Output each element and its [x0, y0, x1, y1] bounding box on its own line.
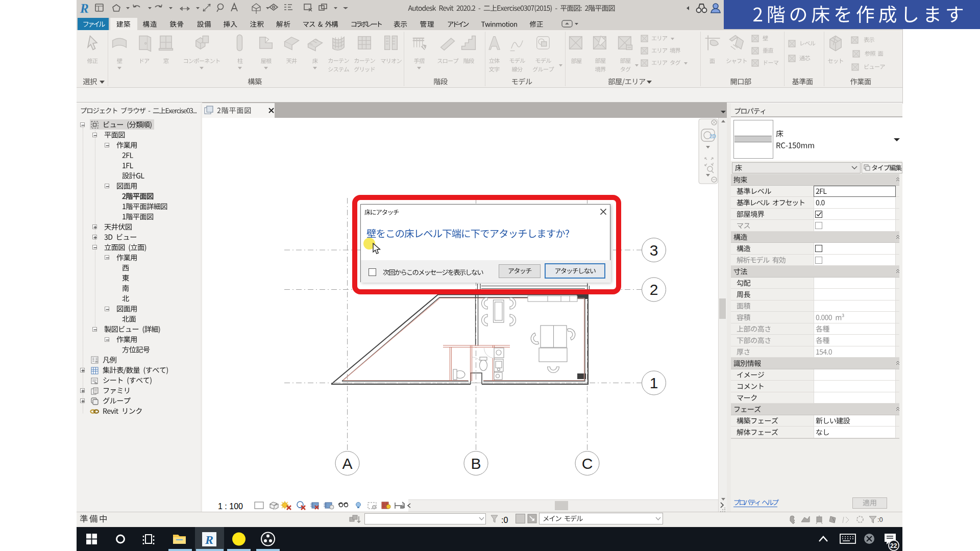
svg-text:1: 1: [650, 374, 658, 391]
svg-text:B: B: [471, 455, 481, 472]
svg-text:R: R: [80, 2, 89, 15]
svg-text:3: 3: [650, 242, 658, 259]
svg-text:2: 2: [650, 281, 658, 298]
svg-text:A: A: [342, 455, 352, 472]
svg-text:2D: 2D: [709, 134, 716, 139]
svg-text:R: R: [205, 533, 213, 546]
svg-text::0: :0: [877, 516, 883, 523]
svg-text:22: 22: [890, 542, 897, 549]
svg-text:C: C: [582, 455, 593, 472]
